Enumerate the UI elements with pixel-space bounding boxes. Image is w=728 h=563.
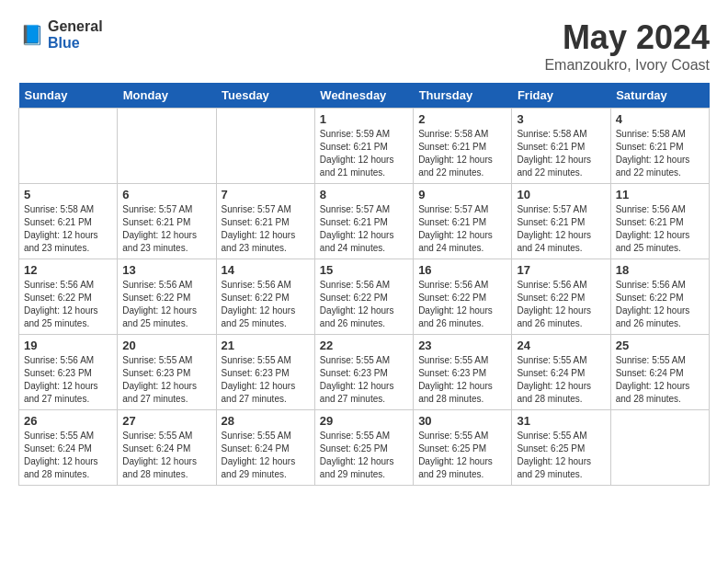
calendar-cell <box>19 109 118 184</box>
calendar-cell: 15Sunrise: 5:56 AM Sunset: 6:22 PM Dayli… <box>314 259 413 335</box>
day-info: Sunrise: 5:55 AM Sunset: 6:23 PM Dayligh… <box>222 354 310 406</box>
day-number: 1 <box>320 112 408 126</box>
calendar-cell: 29Sunrise: 5:55 AM Sunset: 6:25 PM Dayli… <box>314 410 413 486</box>
day-info: Sunrise: 5:56 AM Sunset: 6:21 PM Dayligh… <box>616 203 704 255</box>
title-area: May 2024 Emanzoukro, Ivory Coast <box>544 18 710 74</box>
day-number: 19 <box>24 339 112 352</box>
day-info: Sunrise: 5:58 AM Sunset: 6:21 PM Dayligh… <box>24 203 112 255</box>
day-number: 9 <box>418 188 506 201</box>
calendar-cell <box>610 410 709 486</box>
week-row-5: 26Sunrise: 5:55 AM Sunset: 6:24 PM Dayli… <box>19 410 710 486</box>
calendar-cell: 14Sunrise: 5:56 AM Sunset: 6:22 PM Dayli… <box>216 259 314 335</box>
day-info: Sunrise: 5:55 AM Sunset: 6:25 PM Dayligh… <box>320 430 408 481</box>
day-header-friday: Friday <box>512 83 610 109</box>
calendar-cell: 25Sunrise: 5:55 AM Sunset: 6:24 PM Dayli… <box>610 335 709 410</box>
day-number: 27 <box>122 414 210 428</box>
day-info: Sunrise: 5:56 AM Sunset: 6:22 PM Dayligh… <box>517 279 605 330</box>
day-info: Sunrise: 5:57 AM Sunset: 6:21 PM Dayligh… <box>320 203 408 255</box>
day-number: 31 <box>517 414 605 428</box>
calendar-cell: 28Sunrise: 5:55 AM Sunset: 6:24 PM Dayli… <box>216 410 314 486</box>
day-number: 29 <box>320 414 408 428</box>
day-info: Sunrise: 5:57 AM Sunset: 6:21 PM Dayligh… <box>122 203 210 255</box>
day-number: 7 <box>222 188 310 201</box>
calendar-cell: 27Sunrise: 5:55 AM Sunset: 6:24 PM Dayli… <box>118 410 216 486</box>
logo-text: General Blue <box>48 18 103 51</box>
day-number: 26 <box>24 414 112 428</box>
calendar-cell: 30Sunrise: 5:55 AM Sunset: 6:25 PM Dayli… <box>414 410 512 486</box>
calendar-cell: 5Sunrise: 5:58 AM Sunset: 6:21 PM Daylig… <box>19 184 118 259</box>
calendar-cell: 23Sunrise: 5:55 AM Sunset: 6:23 PM Dayli… <box>414 335 512 410</box>
day-info: Sunrise: 5:55 AM Sunset: 6:23 PM Dayligh… <box>320 354 408 406</box>
day-info: Sunrise: 5:58 AM Sunset: 6:21 PM Dayligh… <box>517 128 605 179</box>
subtitle: Emanzoukro, Ivory Coast <box>544 57 710 74</box>
day-header-tuesday: Tuesday <box>216 83 314 109</box>
day-info: Sunrise: 5:55 AM Sunset: 6:24 PM Dayligh… <box>222 430 310 481</box>
day-header-thursday: Thursday <box>414 83 512 109</box>
day-number: 25 <box>616 339 704 352</box>
calendar-cell: 9Sunrise: 5:57 AM Sunset: 6:21 PM Daylig… <box>414 184 512 259</box>
day-info: Sunrise: 5:56 AM Sunset: 6:22 PM Dayligh… <box>222 279 310 330</box>
day-number: 16 <box>418 263 506 277</box>
day-info: Sunrise: 5:56 AM Sunset: 6:22 PM Dayligh… <box>616 279 704 330</box>
week-row-2: 5Sunrise: 5:58 AM Sunset: 6:21 PM Daylig… <box>19 184 710 259</box>
calendar-cell: 10Sunrise: 5:57 AM Sunset: 6:21 PM Dayli… <box>512 184 610 259</box>
calendar-cell: 17Sunrise: 5:56 AM Sunset: 6:22 PM Dayli… <box>512 259 610 335</box>
day-number: 5 <box>24 188 112 201</box>
day-header-saturday: Saturday <box>610 83 709 109</box>
day-number: 22 <box>320 339 408 352</box>
day-info: Sunrise: 5:56 AM Sunset: 6:22 PM Dayligh… <box>24 279 112 330</box>
day-info: Sunrise: 5:59 AM Sunset: 6:21 PM Dayligh… <box>320 128 408 179</box>
day-number: 13 <box>122 263 210 277</box>
logo-icon: 📘 <box>18 22 44 48</box>
day-number: 12 <box>24 263 112 277</box>
day-info: Sunrise: 5:57 AM Sunset: 6:21 PM Dayligh… <box>517 203 605 255</box>
day-info: Sunrise: 5:55 AM Sunset: 6:25 PM Dayligh… <box>517 430 605 481</box>
day-number: 8 <box>320 188 408 201</box>
day-info: Sunrise: 5:55 AM Sunset: 6:23 PM Dayligh… <box>122 354 210 406</box>
week-row-4: 19Sunrise: 5:56 AM Sunset: 6:23 PM Dayli… <box>19 335 710 410</box>
day-number: 30 <box>418 414 506 428</box>
day-info: Sunrise: 5:55 AM Sunset: 6:24 PM Dayligh… <box>517 354 605 406</box>
calendar-table: SundayMondayTuesdayWednesdayThursdayFrid… <box>18 83 710 486</box>
day-info: Sunrise: 5:55 AM Sunset: 6:24 PM Dayligh… <box>616 354 704 406</box>
calendar-cell: 22Sunrise: 5:55 AM Sunset: 6:23 PM Dayli… <box>314 335 413 410</box>
calendar-cell: 20Sunrise: 5:55 AM Sunset: 6:23 PM Dayli… <box>118 335 216 410</box>
day-info: Sunrise: 5:56 AM Sunset: 6:22 PM Dayligh… <box>320 279 408 330</box>
calendar-cell: 11Sunrise: 5:56 AM Sunset: 6:21 PM Dayli… <box>610 184 709 259</box>
calendar-cell: 2Sunrise: 5:58 AM Sunset: 6:21 PM Daylig… <box>414 109 512 184</box>
week-row-3: 12Sunrise: 5:56 AM Sunset: 6:22 PM Dayli… <box>19 259 710 335</box>
day-number: 6 <box>122 188 210 201</box>
day-number: 11 <box>616 188 704 201</box>
day-number: 15 <box>320 263 408 277</box>
calendar-cell: 8Sunrise: 5:57 AM Sunset: 6:21 PM Daylig… <box>314 184 413 259</box>
calendar-cell <box>216 109 314 184</box>
calendar-cell: 26Sunrise: 5:55 AM Sunset: 6:24 PM Dayli… <box>19 410 118 486</box>
week-row-1: 1Sunrise: 5:59 AM Sunset: 6:21 PM Daylig… <box>19 109 710 184</box>
calendar-cell: 6Sunrise: 5:57 AM Sunset: 6:21 PM Daylig… <box>118 184 216 259</box>
day-number: 18 <box>616 263 704 277</box>
day-number: 4 <box>616 112 704 126</box>
calendar-cell: 4Sunrise: 5:58 AM Sunset: 6:21 PM Daylig… <box>610 109 709 184</box>
calendar-cell: 16Sunrise: 5:56 AM Sunset: 6:22 PM Dayli… <box>414 259 512 335</box>
day-info: Sunrise: 5:55 AM Sunset: 6:24 PM Dayligh… <box>122 430 210 481</box>
calendar-cell: 19Sunrise: 5:56 AM Sunset: 6:23 PM Dayli… <box>19 335 118 410</box>
day-number: 24 <box>517 339 605 352</box>
calendar-cell: 1Sunrise: 5:59 AM Sunset: 6:21 PM Daylig… <box>314 109 413 184</box>
day-header-monday: Monday <box>118 83 216 109</box>
day-number: 14 <box>222 263 310 277</box>
day-number: 23 <box>418 339 506 352</box>
calendar-cell <box>118 109 216 184</box>
day-info: Sunrise: 5:56 AM Sunset: 6:23 PM Dayligh… <box>24 354 112 406</box>
page-header: 📘 General Blue May 2024 Emanzoukro, Ivor… <box>18 18 710 74</box>
logo-blue: Blue <box>48 35 103 52</box>
day-number: 28 <box>222 414 310 428</box>
logo-general: General <box>48 18 103 35</box>
calendar-cell: 3Sunrise: 5:58 AM Sunset: 6:21 PM Daylig… <box>512 109 610 184</box>
day-info: Sunrise: 5:58 AM Sunset: 6:21 PM Dayligh… <box>418 128 506 179</box>
calendar-cell: 18Sunrise: 5:56 AM Sunset: 6:22 PM Dayli… <box>610 259 709 335</box>
header-row: SundayMondayTuesdayWednesdayThursdayFrid… <box>19 83 710 109</box>
calendar-cell: 31Sunrise: 5:55 AM Sunset: 6:25 PM Dayli… <box>512 410 610 486</box>
day-info: Sunrise: 5:55 AM Sunset: 6:24 PM Dayligh… <box>24 430 112 481</box>
svg-text:📘: 📘 <box>20 22 44 46</box>
day-number: 10 <box>517 188 605 201</box>
